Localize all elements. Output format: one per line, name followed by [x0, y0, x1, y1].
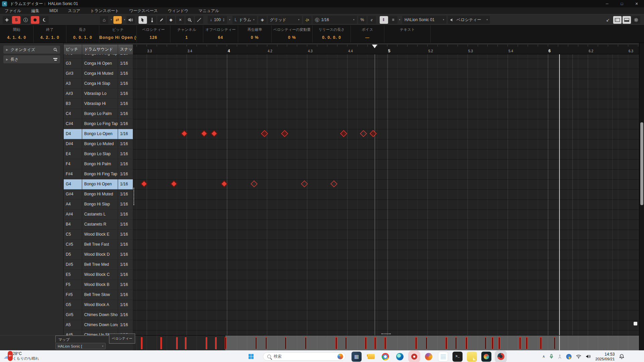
- quantize-preset-dropdown[interactable]: Q 1/16 ▾: [313, 16, 357, 24]
- drum-cell-snap[interactable]: 1/16: [118, 179, 133, 189]
- velocity-lane[interactable]: [133, 335, 639, 350]
- drum-cell-snap[interactable]: 1/16: [118, 220, 133, 230]
- taskbar-app-browser[interactable]: [424, 352, 434, 362]
- drum-cell-snap[interactable]: 1/16: [118, 240, 133, 250]
- drum-note[interactable]: [281, 130, 288, 137]
- drum-note[interactable]: [330, 180, 337, 187]
- drum-cell-snap[interactable]: 1/16: [118, 139, 133, 149]
- drum-cell-snap[interactable]: 1/16: [118, 169, 133, 179]
- drum-row-A3[interactable]: A3Conga Hi Slap1/16: [64, 79, 133, 89]
- drum-cell-snap[interactable]: 1/16: [118, 189, 133, 199]
- drum-cell-pitch[interactable]: D#4: [64, 139, 82, 149]
- drum-note[interactable]: [251, 180, 258, 187]
- drum-cell-sound[interactable]: Bongo Hi Palm: [82, 159, 118, 169]
- velocity-bar[interactable]: [540, 337, 542, 349]
- chevron-down-icon[interactable]: ▾: [124, 18, 125, 21]
- velocity-bar[interactable]: [498, 337, 500, 349]
- info-value[interactable]: 0. 0. 0. 0: [313, 35, 351, 40]
- drum-row-A#4[interactable]: A#4Castanets L1/16: [64, 209, 133, 220]
- drum-row-D#5[interactable]: D#5Bell Tree Med1/16: [64, 260, 133, 270]
- drum-cell-snap[interactable]: 1/16: [118, 320, 133, 330]
- record-in-editor-button[interactable]: [31, 16, 39, 24]
- timeline-ruler[interactable]: 3.33.444.24.34.455.25.35.466.26.3: [133, 45, 639, 54]
- info-field-10[interactable]: ボイス―: [351, 25, 384, 43]
- zoom-handle[interactable]: [634, 322, 637, 325]
- drum-cell-snap[interactable]: 1/16: [118, 199, 133, 209]
- solo-button[interactable]: S: [12, 16, 20, 24]
- chevron-down-icon[interactable]: ▾: [399, 18, 400, 21]
- drum-row-G3[interactable]: G3Conga Hi Open1/16: [64, 59, 133, 69]
- drum-cell-pitch[interactable]: A#5: [64, 330, 82, 335]
- autoscroll-button[interactable]: ⇄: [113, 16, 122, 24]
- info-field-3[interactable]: ピッチBongo Hi Open (G4): [99, 25, 137, 43]
- velocity-bar[interactable]: [466, 337, 467, 349]
- drum-row-B3[interactable]: B3Vibraslap Hi1/16: [64, 99, 133, 109]
- drum-cell-sound[interactable]: Bongo Lo Fing Tap: [82, 119, 118, 129]
- drum-cell-snap[interactable]: 1/16: [118, 159, 133, 169]
- info-field-11[interactable]: テキスト: [384, 25, 431, 43]
- drum-row-B4[interactable]: B4Castanets R1/16: [64, 220, 133, 230]
- drum-cell-sound[interactable]: Conga Hi Fing Tap: [82, 54, 118, 59]
- drum-row-C#4[interactable]: C#4Bongo Lo Fing Tap1/16: [64, 119, 133, 129]
- taskbar-app-media[interactable]: [481, 352, 491, 362]
- section-length[interactable]: ▶ 長さ: [3, 55, 60, 63]
- drum-cell-pitch[interactable]: F#4: [64, 169, 82, 179]
- mute-tool-button[interactable]: ×: [176, 16, 184, 24]
- drum-cell-pitch[interactable]: F4: [64, 159, 82, 169]
- drum-cell-pitch[interactable]: F#5: [64, 290, 82, 300]
- drum-list-header-1[interactable]: ドラムサウンド: [82, 45, 118, 54]
- drum-cell-pitch[interactable]: C#5: [64, 240, 82, 250]
- drum-row-C4[interactable]: C4Bongo Lo Palm1/16: [64, 109, 133, 119]
- close-button[interactable]: ✕: [629, 0, 644, 7]
- drum-row-D5[interactable]: D5Wood Block D1/16: [64, 250, 133, 260]
- controller-lane-dropdown[interactable]: ベロシティー ▾: [448, 16, 490, 24]
- velocity-bar[interactable]: [492, 337, 493, 349]
- info-field-7[interactable]: 再生確率0 %: [238, 25, 272, 43]
- chevron-down-icon[interactable]: ▾: [229, 18, 230, 21]
- drum-cell-pitch[interactable]: A5: [64, 320, 82, 330]
- controller-lane-label[interactable]: ベロシティー: [109, 334, 135, 344]
- drum-cell-sound[interactable]: Conga Hi Open: [82, 59, 118, 69]
- drum-cell-sound[interactable]: Castanets L: [82, 209, 118, 220]
- drum-cell-sound[interactable]: Wood Block D: [82, 250, 118, 260]
- bing-icon[interactable]: [337, 354, 343, 359]
- menu-item-1[interactable]: 編集: [31, 8, 39, 14]
- drum-row-G5[interactable]: G5Wood Block A1/16: [64, 300, 133, 310]
- event-display-button[interactable]: ‖: [380, 16, 388, 24]
- drum-cell-snap[interactable]: 1/16: [118, 300, 133, 310]
- quantize-edit-button[interactable]: e: [368, 16, 376, 24]
- drum-cell-pitch[interactable]: C4: [64, 109, 82, 119]
- drum-cell-sound[interactable]: Bell Tree Fast: [82, 240, 118, 250]
- velocity-bar[interactable]: [255, 337, 257, 349]
- drum-cell-pitch[interactable]: D4: [64, 129, 82, 139]
- drum-cell-pitch[interactable]: D5: [64, 250, 82, 260]
- drum-row-F#4[interactable]: F#4Bongo Hi Fing Tap1/16: [64, 169, 133, 179]
- grid-type-dropdown[interactable]: グリッド ▾: [268, 16, 302, 24]
- drum-note[interactable]: [181, 130, 188, 137]
- drum-cell-sound[interactable]: Conga Hi Slap: [82, 79, 118, 89]
- drum-cell-snap[interactable]: 1/16: [118, 310, 133, 320]
- minimize-button[interactable]: ─: [600, 0, 614, 7]
- drum-row-G#4[interactable]: G#4Bongo Hi Muted1/16: [64, 189, 133, 199]
- indicate-transpose-button[interactable]: 1: [21, 16, 30, 24]
- pin-icon[interactable]: [3, 16, 11, 24]
- drum-cell-pitch[interactable]: F5: [64, 280, 82, 290]
- taskbar-app-chrome[interactable]: [380, 352, 390, 362]
- drum-cell-sound[interactable]: Castanets R: [82, 220, 118, 230]
- drum-cell-snap[interactable]: 1/16: [118, 109, 133, 119]
- drum-row-G4[interactable]: G4Bongo Hi Open1/16: [64, 179, 133, 189]
- drum-note[interactable]: [340, 130, 347, 137]
- velocity-bar[interactable]: [485, 337, 486, 349]
- velocity-bar[interactable]: [335, 337, 337, 349]
- drum-row-A4[interactable]: A4Bongo Hi Slap1/16: [64, 199, 133, 209]
- drum-note[interactable]: [221, 180, 228, 187]
- microphone-icon[interactable]: [549, 354, 553, 359]
- drum-cell-snap[interactable]: 1/16: [118, 230, 133, 240]
- velocity-bar[interactable]: [554, 337, 555, 349]
- drum-row-D#4[interactable]: D#4Bongo Lo Muted1/16: [64, 139, 133, 149]
- menu-item-0[interactable]: ファイル: [5, 8, 21, 14]
- volume-icon[interactable]: [586, 354, 591, 359]
- info-field-1[interactable]: 終了4. 2. 1. 0: [34, 25, 66, 43]
- search-input[interactable]: 検索: [263, 352, 345, 361]
- drum-cell-sound[interactable]: Bongo Hi Muted: [82, 189, 118, 199]
